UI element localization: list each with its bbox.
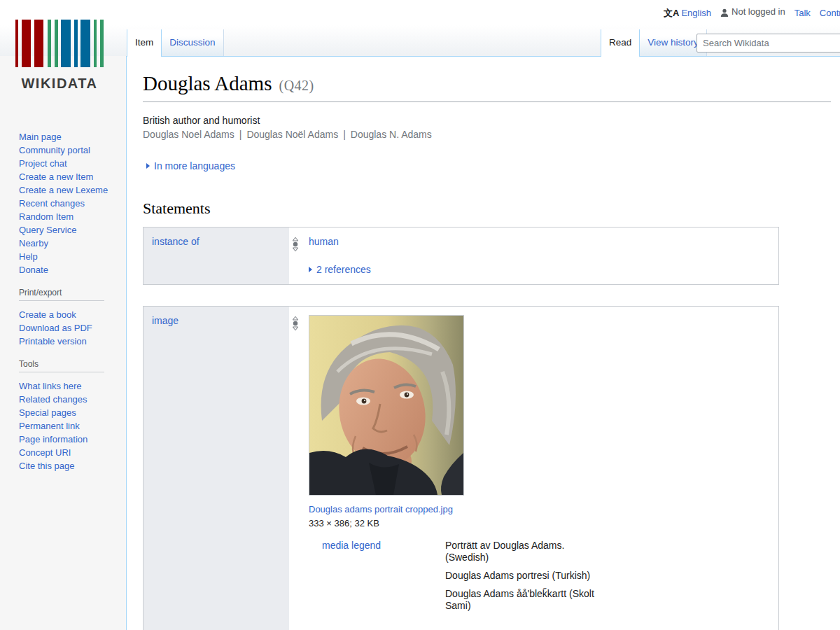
search-input[interactable] (696, 34, 840, 52)
statement-main: Douglas adams portrait cropped.jpg 333 ×… (289, 307, 778, 630)
alias: Douglas Noël Adams (246, 129, 338, 140)
sidebar-item-recent-changes[interactable]: Recent changes (19, 198, 85, 209)
user-icon (720, 8, 729, 17)
tab-read[interactable]: Read (601, 29, 640, 57)
tab-discussion-label[interactable]: Discussion (169, 37, 215, 48)
collapsed-arrow-icon (309, 267, 312, 272)
wikidata-logo[interactable]: WIKIDATA (15, 20, 104, 92)
wikidata-page: 文A English Not logged in TalkContributio… (0, 0, 840, 630)
entity-description: British author and humorist (143, 115, 840, 126)
portrait-image[interactable] (309, 315, 464, 496)
sidebar-item-related-changes[interactable]: Related changes (19, 394, 88, 405)
language-selector-label[interactable]: English (681, 8, 711, 18)
statement-main: human 2 references (289, 227, 778, 284)
alias-separator: | (343, 129, 346, 140)
tab-view-history-label[interactable]: View history (648, 37, 699, 48)
sidebar-item-concept-uri[interactable]: Concept URI (19, 447, 71, 458)
language-icon: 文A (664, 7, 679, 20)
qualifier-value: Douglas Adams portresi (Turkish) (445, 570, 605, 582)
statements-heading: Statements (143, 200, 840, 218)
collapsed-arrow-icon (146, 163, 150, 169)
property-cell: instance of (144, 227, 289, 284)
rank-selector-icon[interactable] (292, 316, 299, 331)
wikidata-logo-barcode (15, 20, 104, 67)
sidebar-item-main-page[interactable]: Main page (19, 132, 62, 142)
references-toggle[interactable]: 2 references (309, 264, 778, 275)
sidebar-item-community-portal[interactable]: Community portal (19, 145, 90, 155)
sidebar-item-create-lexeme[interactable]: Create a new Lexeme (19, 185, 108, 195)
personal-bar: 文A English Not logged in TalkContributio… (664, 6, 840, 20)
statement-group-image: image (143, 306, 779, 630)
content-area: Douglas Adams(Q42) British author and hu… (126, 57, 840, 630)
search-box (696, 34, 840, 52)
sidebar-item-cite-this-page[interactable]: Cite this page (19, 461, 75, 471)
sidebar-heading-print-export: Print/export (19, 288, 104, 301)
property-link-image[interactable]: image (152, 315, 178, 326)
sidebar-item-nearby[interactable]: Nearby (19, 238, 48, 248)
alias-separator: | (239, 129, 242, 140)
property-cell: image (144, 307, 289, 630)
sidebar: Main page Community portal Project chat … (0, 112, 126, 472)
qualifier-property-media-legend[interactable]: media legend (322, 540, 381, 551)
sidebar-item-donate[interactable]: Donate (19, 265, 48, 275)
sidebar-item-permanent-link[interactable]: Permanent link (19, 421, 80, 431)
sidebar-item-create-book[interactable]: Create a book (19, 309, 76, 320)
talk-link[interactable]: Talk (794, 8, 811, 18)
statement-group-instance-of: instance of human 2 references (143, 227, 779, 285)
sidebar-item-special-pages[interactable]: Special pages (19, 407, 76, 418)
qualifiers: media legend Porträtt av Douglas Adams. … (322, 540, 778, 618)
property-link-instance-of[interactable]: instance of (152, 236, 200, 247)
qualifier-value: Douglas Adams åå'bleǩkartt (Skolt Sami) (445, 588, 605, 612)
sidebar-item-project-chat[interactable]: Project chat (19, 158, 67, 169)
view-tabs: Read View history (601, 29, 706, 56)
login-status[interactable]: Not logged in (720, 6, 785, 17)
sidebar-item-page-information[interactable]: Page information (19, 434, 88, 444)
qualifier-value: Porträtt av Douglas Adams. (Swedish) (445, 540, 605, 564)
contributions-link[interactable]: Contributions (820, 8, 840, 18)
sidebar-item-download-pdf[interactable]: Download as PDF (19, 323, 92, 333)
value-link-human[interactable]: human (309, 236, 339, 247)
page-title: Douglas Adams(Q42) (143, 72, 831, 102)
entity-id: (Q42) (279, 78, 314, 93)
sidebar-navigation: Main page Community portal Project chat … (19, 130, 126, 276)
page-tabs: Item Discussion (127, 29, 223, 56)
more-languages-label[interactable]: In more languages (154, 160, 235, 172)
login-status-label: Not logged in (732, 6, 785, 17)
sidebar-item-what-links-here[interactable]: What links here (19, 381, 82, 391)
sidebar-print-export: Create a book Download as PDF Printable … (19, 308, 126, 348)
references-count-label[interactable]: 2 references (316, 264, 371, 275)
entity-aliases: Douglas Noel Adams|Douglas Noël Adams|Do… (143, 129, 840, 140)
sidebar-heading-tools: Tools (19, 359, 104, 372)
wikidata-wordmark: WIKIDATA (15, 76, 104, 92)
image-file-meta: 333 × 386; 32 KB (309, 518, 464, 528)
alias: Douglas Noel Adams (143, 129, 234, 140)
entity-label: Douglas Adams (143, 72, 272, 94)
sidebar-item-help[interactable]: Help (19, 251, 38, 262)
sidebar-item-random-item[interactable]: Random Item (19, 211, 74, 222)
tab-item[interactable]: Item (127, 29, 162, 57)
sidebar-item-query-service[interactable]: Query Service (19, 225, 76, 235)
alias: Douglas N. Adams (351, 129, 432, 140)
tab-discussion[interactable]: Discussion (161, 29, 223, 56)
image-file-link[interactable]: Douglas adams portrait cropped.jpg (309, 504, 453, 514)
more-languages-toggle[interactable]: In more languages (146, 160, 840, 172)
sidebar-item-printable-version[interactable]: Printable version (19, 336, 87, 346)
sidebar-item-create-item[interactable]: Create a new Item (19, 172, 93, 182)
sidebar-tools: What links here Related changes Special … (19, 379, 126, 472)
image-value: Douglas adams portrait cropped.jpg 333 ×… (309, 315, 464, 528)
rank-selector-icon[interactable] (292, 237, 299, 252)
language-selector[interactable]: 文A English (664, 7, 711, 20)
